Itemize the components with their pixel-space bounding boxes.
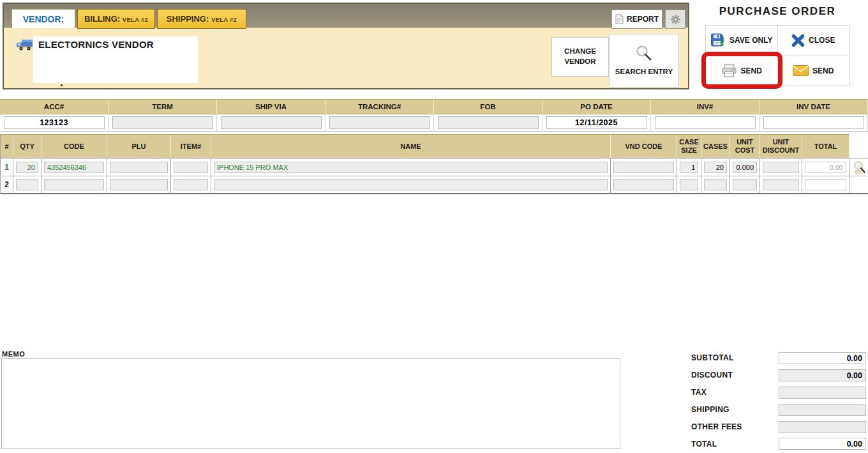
term-input[interactable] bbox=[112, 116, 213, 129]
order-fields-header: ACC# TERM SHIP VIA TRACKING# FOB PO DATE… bbox=[0, 99, 868, 114]
vendor-header-panel: VENDOR: BILLING: VELA #2 SHIPPING: VELA … bbox=[3, 3, 689, 89]
plu-input-row2[interactable] bbox=[110, 179, 168, 190]
order-action-grid: SAVE ONLY CLOSE SEND SEND bbox=[705, 25, 849, 86]
field-label-tracking: TRACKING# bbox=[326, 99, 434, 114]
col-item: ITEM# bbox=[171, 134, 211, 158]
row-number: 2 bbox=[1, 176, 13, 194]
change-vendor-button[interactable]: CHANGE VENDOR bbox=[551, 37, 609, 77]
close-label: CLOSE bbox=[809, 36, 835, 45]
gear-icon bbox=[670, 14, 681, 25]
cases-input-row1[interactable] bbox=[704, 162, 727, 173]
col-name: NAME bbox=[211, 134, 611, 158]
unit-discount-input-row1[interactable] bbox=[763, 162, 799, 173]
unit-cost-input-row2[interactable] bbox=[733, 179, 757, 190]
search-entry-label: SEARCH ENTRY bbox=[615, 67, 673, 77]
save-only-button[interactable]: SAVE ONLY bbox=[706, 26, 777, 56]
po-date-input[interactable] bbox=[546, 116, 647, 129]
row-number: 1 bbox=[1, 158, 13, 176]
tracking-input[interactable] bbox=[329, 116, 430, 129]
case-size-input-row2[interactable] bbox=[680, 179, 698, 190]
total-input[interactable] bbox=[779, 438, 866, 450]
vnd-code-input-row2[interactable] bbox=[613, 179, 674, 190]
truck-icon bbox=[17, 38, 34, 55]
envelope-icon bbox=[793, 65, 809, 76]
col-total: TOTAL bbox=[802, 134, 849, 158]
col-case-size: CASE SIZE bbox=[677, 134, 701, 158]
inv-number-input[interactable] bbox=[655, 116, 756, 129]
acc-input[interactable] bbox=[4, 116, 105, 129]
item-num-input-row1[interactable] bbox=[174, 162, 208, 173]
discount-input[interactable] bbox=[779, 369, 866, 381]
tax-input[interactable] bbox=[779, 387, 866, 399]
item-lookup-cell bbox=[849, 158, 868, 176]
send-email-button[interactable]: SEND bbox=[778, 56, 849, 86]
shipping-input[interactable] bbox=[779, 404, 866, 416]
code-input-row2[interactable] bbox=[44, 179, 104, 190]
total-input-row1[interactable] bbox=[805, 162, 846, 173]
memo-textarea[interactable] bbox=[1, 358, 620, 449]
page-title: PURCHASE ORDER bbox=[705, 5, 849, 18]
name-input-row2[interactable] bbox=[214, 179, 608, 190]
cases-input-row2[interactable] bbox=[704, 179, 727, 190]
col-cases: CASES bbox=[701, 134, 730, 158]
name-input-row1[interactable] bbox=[214, 162, 608, 173]
search-icon bbox=[634, 44, 654, 63]
item-lookup-icon[interactable] bbox=[853, 160, 865, 174]
close-button[interactable]: CLOSE bbox=[778, 26, 849, 56]
qty-input-row2[interactable] bbox=[16, 179, 38, 190]
save-only-label: SAVE ONLY bbox=[730, 36, 772, 45]
vendor-name-box[interactable]: ELECTORNICS VENDOR bbox=[33, 36, 198, 83]
order-fields-values bbox=[0, 114, 868, 132]
other-fees-label: OTHER FEES bbox=[691, 422, 774, 431]
total-input-row2[interactable] bbox=[805, 179, 846, 190]
send-email-label: SEND bbox=[812, 66, 834, 75]
items-table-header: # QTY CODE PLU ITEM# NAME VND CODE CASE … bbox=[1, 134, 868, 158]
field-label-term: TERM bbox=[108, 99, 217, 114]
plu-input-row1[interactable] bbox=[110, 162, 168, 173]
item-lookup-cell bbox=[849, 176, 868, 194]
tab-vendor[interactable]: VENDOR: bbox=[11, 9, 75, 28]
col-vnd-code: VND CODE bbox=[611, 134, 677, 158]
qty-input-row1[interactable] bbox=[16, 162, 38, 173]
col-unit-discount: UNIT DISCOUNT bbox=[760, 134, 802, 158]
total-label: TOTAL bbox=[691, 440, 774, 449]
settings-button[interactable] bbox=[665, 10, 685, 29]
field-label-invdate: INV DATE bbox=[760, 99, 868, 114]
tab-billing-label: BILLING: bbox=[84, 14, 120, 24]
field-label-podate: PO DATE bbox=[542, 99, 651, 114]
memo-label: MEMO bbox=[2, 350, 25, 358]
col-num: # bbox=[1, 134, 13, 158]
item-row-1: 1 bbox=[1, 158, 868, 176]
report-button[interactable]: REPORT bbox=[611, 10, 662, 29]
report-button-label: REPORT bbox=[627, 15, 659, 24]
code-input-row1[interactable] bbox=[44, 162, 104, 173]
field-label-inv: INV# bbox=[651, 99, 760, 114]
item-num-input-row2[interactable] bbox=[174, 179, 208, 190]
unit-cost-input-row1[interactable] bbox=[733, 162, 757, 173]
case-size-input-row1[interactable] bbox=[680, 162, 698, 173]
col-qty: QTY bbox=[13, 134, 41, 158]
purchase-order-screen: VENDOR: BILLING: VELA #2 SHIPPING: VELA … bbox=[0, 0, 868, 453]
tab-vendor-label: VENDOR: bbox=[23, 14, 64, 24]
order-fields-section: ACC# TERM SHIP VIA TRACKING# FOB PO DATE… bbox=[0, 99, 868, 132]
tab-billing[interactable]: BILLING: VELA #2 bbox=[77, 9, 155, 29]
send-print-button[interactable]: SEND bbox=[706, 56, 777, 86]
subtotal-input[interactable] bbox=[779, 352, 866, 364]
col-code: CODE bbox=[41, 134, 107, 158]
search-entry-button[interactable]: SEARCH ENTRY bbox=[609, 34, 679, 88]
ship-via-input[interactable] bbox=[221, 116, 322, 129]
tab-shipping-value: VELA #2 bbox=[211, 16, 237, 23]
fob-input[interactable] bbox=[438, 116, 539, 129]
shipping-label: SHIPPING bbox=[691, 405, 774, 414]
tab-strip: VENDOR: BILLING: VELA #2 SHIPPING: VELA … bbox=[4, 4, 688, 28]
printer-icon bbox=[721, 64, 737, 77]
send-print-label: SEND bbox=[741, 66, 762, 75]
vnd-code-input-row1[interactable] bbox=[613, 162, 674, 173]
inv-date-input[interactable] bbox=[763, 116, 864, 129]
unit-discount-input-row2[interactable] bbox=[763, 179, 799, 190]
other-fees-input[interactable] bbox=[779, 421, 866, 433]
field-label-fob: FOB bbox=[434, 99, 542, 114]
items-table: # QTY CODE PLU ITEM# NAME VND CODE CASE … bbox=[0, 134, 868, 194]
tab-shipping[interactable]: SHIPPING: VELA #2 bbox=[157, 9, 246, 29]
tab-billing-value: VELA #2 bbox=[123, 16, 148, 23]
